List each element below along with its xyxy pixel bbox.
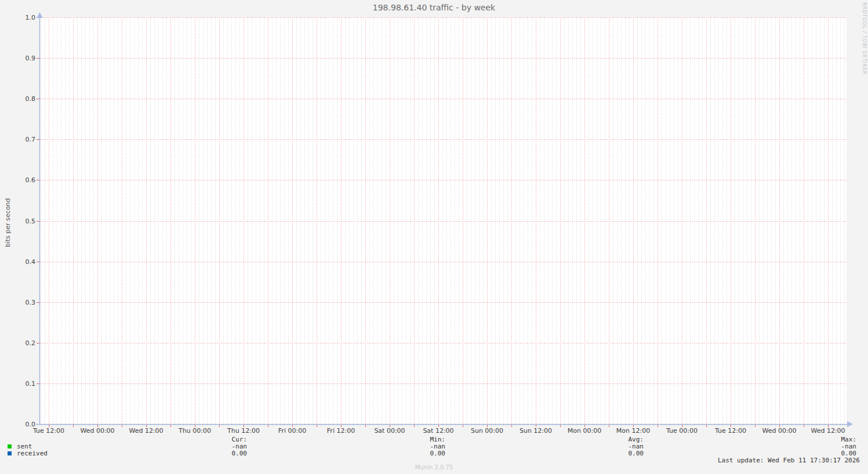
last-update-text: Last update: Wed Feb 11 17:30:17 2026 [718, 457, 860, 464]
y-tick-label: 1.0 [26, 14, 36, 21]
y-tick-label: 0.9 [26, 55, 36, 62]
received-cur-value: 0.00 [232, 450, 248, 457]
x-axis-arrow [847, 421, 853, 427]
received-avg-value: 0.00 [629, 450, 644, 457]
x-tick-label: Tue 12:00 [714, 427, 746, 435]
x-tick-label: Wed 12:00 [811, 427, 845, 435]
x-tick-label: Tue 12:00 [32, 427, 64, 435]
x-tick-label: Sat 00:00 [374, 427, 405, 435]
x-tick-label: Fri 00:00 [278, 427, 306, 435]
column-header-min: Min: [430, 436, 446, 443]
x-tick-label: Mon 12:00 [616, 427, 650, 435]
column-header-avg: Avg: [629, 436, 644, 443]
y-axis-arrow [37, 12, 43, 18]
sent-min-value: -nan [430, 443, 446, 450]
x-tick-label: Mon 00:00 [568, 427, 601, 435]
rrdtool-watermark: RRDTOOL / TOBI OETIKER [862, 2, 867, 75]
column-header-max: Max: [841, 436, 857, 443]
x-tick-label: Wed 12:00 [129, 427, 163, 435]
y-tick-label: 0.6 [26, 176, 36, 184]
sent-cur-value: -nan [232, 443, 248, 450]
x-tick-label: Sat 12:00 [423, 427, 453, 435]
chart-canvas: 1.00.90.80.70.60.50.40.30.20.10.0Tue 12:… [0, 0, 868, 474]
x-tick-label: Thu 00:00 [178, 427, 211, 435]
legend-label-sent: sent [17, 443, 32, 450]
received-max-value: 0.00 [841, 450, 857, 457]
x-tick-label: Sun 12:00 [520, 427, 552, 435]
y-tick-label: 0.7 [26, 136, 36, 143]
y-tick-label: 0.5 [26, 218, 36, 225]
y-tick-label: 0.1 [26, 380, 36, 388]
y-axis-label: bits per second [4, 198, 12, 247]
received-swatch [8, 451, 12, 455]
column-header-cur: Cur: [232, 436, 248, 443]
x-tick-label: Tue 00:00 [666, 427, 698, 435]
x-tick-label: Wed 00:00 [762, 427, 796, 435]
sent-max-value: -nan [841, 443, 857, 450]
y-tick-label: 0.2 [26, 339, 36, 347]
received-min-value: 0.00 [430, 450, 446, 457]
munin-version: Munin 2.0.75 [0, 464, 868, 471]
legend-label-received: received [17, 450, 48, 457]
x-tick-label: Sun 00:00 [471, 427, 503, 435]
x-tick-label: Wed 00:00 [80, 427, 114, 435]
sent-avg-value: -nan [629, 443, 644, 450]
y-tick-label: 0.8 [26, 95, 36, 103]
x-tick-label: Thu 12:00 [227, 427, 260, 435]
y-tick-label: 0.4 [26, 258, 36, 266]
x-tick-label: Fri 12:00 [327, 427, 355, 435]
sent-swatch [8, 444, 12, 448]
y-tick-label: 0.3 [26, 299, 36, 306]
